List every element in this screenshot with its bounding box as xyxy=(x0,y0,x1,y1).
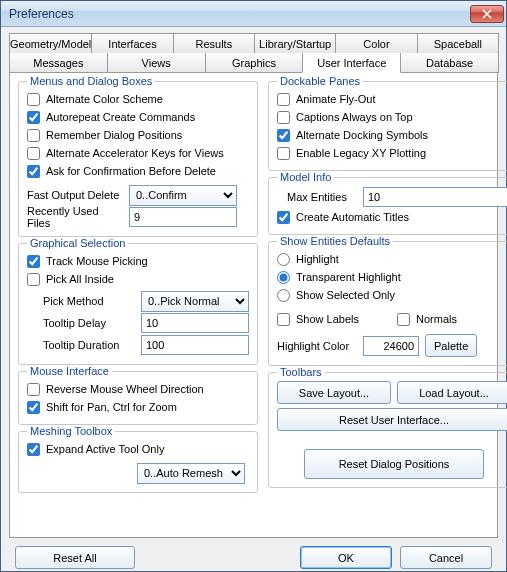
tab-library-startup[interactable]: Library/Startup xyxy=(254,33,336,53)
fast-output-label: Fast Output Delete xyxy=(27,189,123,201)
chk-shift-pan[interactable] xyxy=(27,401,40,414)
tab-database[interactable]: Database xyxy=(400,53,499,73)
chk-normals[interactable] xyxy=(397,313,410,326)
chk-label: Track Mouse Picking xyxy=(46,255,148,267)
titlebar[interactable]: Preferences xyxy=(1,1,506,27)
chk-label: Captions Always on Top xyxy=(296,111,413,123)
recent-files-label: Recently Used Files xyxy=(27,205,123,229)
tab-color[interactable]: Color xyxy=(335,33,417,53)
chk-animate-flyout[interactable] xyxy=(277,93,290,106)
chk-label: Ask for Confirmation Before Delete xyxy=(46,165,216,177)
chk-label: Alternate Docking Symbols xyxy=(296,129,428,141)
tab-views[interactable]: Views xyxy=(107,53,206,73)
group-meshing-toolbox: Meshing Toolbox Expand Active Tool Only … xyxy=(18,431,258,493)
tab-results[interactable]: Results xyxy=(173,33,255,53)
tab-geometry-model[interactable]: Geometry/Model xyxy=(9,33,92,53)
chk-label: Expand Active Tool Only xyxy=(46,443,164,455)
tab-spaceball[interactable]: Spaceball xyxy=(417,33,499,53)
reset-dialog-positions-button[interactable]: Reset Dialog Positions xyxy=(304,449,484,479)
chk-autorepeat-create[interactable] xyxy=(27,111,40,124)
chk-label: Reverse Mouse Wheel Direction xyxy=(46,383,204,395)
highlight-color-input[interactable] xyxy=(363,336,419,356)
save-layout-button[interactable]: Save Layout... xyxy=(277,381,391,404)
group-model-info: Model Info Max Entities Create Automatic… xyxy=(268,177,507,235)
group-title: Show Entities Defaults xyxy=(277,235,393,247)
tab-graphics[interactable]: Graphics xyxy=(205,53,304,73)
tab-strip: Geometry/Model Interfaces Results Librar… xyxy=(9,33,498,538)
group-title: Dockable Panes xyxy=(277,75,363,87)
chk-pick-all-inside[interactable] xyxy=(27,273,40,286)
tooltip-duration-input[interactable] xyxy=(141,335,249,355)
group-title: Mouse Interface xyxy=(27,365,112,377)
reset-all-button[interactable]: Reset All xyxy=(15,546,135,569)
chk-label: Shift for Pan, Ctrl for Zoom xyxy=(46,401,177,413)
chk-reverse-wheel[interactable] xyxy=(27,383,40,396)
chk-label: Remember Dialog Positions xyxy=(46,129,182,141)
chk-label: Animate Fly-Out xyxy=(296,93,375,105)
remesh-combo[interactable]: 0..Auto Remesh xyxy=(137,463,245,484)
group-title: Menus and Dialog Boxes xyxy=(27,75,155,87)
radio-show-selected-only[interactable] xyxy=(277,289,290,302)
chk-label: Show Labels xyxy=(296,313,359,325)
radio-label: Transparent Highlight xyxy=(296,271,401,283)
pick-method-combo[interactable]: 0..Pick Normal xyxy=(141,291,249,312)
group-toolbars: Toolbars Save Layout... Load Layout... R… xyxy=(268,372,507,488)
chk-captions-top[interactable] xyxy=(277,111,290,124)
chk-track-mouse[interactable] xyxy=(27,255,40,268)
pick-method-label: Pick Method xyxy=(43,295,135,307)
load-layout-button[interactable]: Load Layout... xyxy=(397,381,507,404)
radio-label: Show Selected Only xyxy=(296,289,395,301)
recent-files-input[interactable] xyxy=(129,207,237,227)
tooltip-duration-label: Tooltip Duration xyxy=(43,339,135,351)
close-button[interactable] xyxy=(470,5,504,23)
chk-confirm-delete[interactable] xyxy=(27,165,40,178)
chk-label: Normals xyxy=(416,313,457,325)
reset-ui-button[interactable]: Reset User Interface... xyxy=(277,408,507,431)
chk-alt-color-scheme[interactable] xyxy=(27,93,40,106)
chk-label: Autorepeat Create Commands xyxy=(46,111,195,123)
chk-label: Create Automatic Titles xyxy=(296,211,409,223)
chk-remember-positions[interactable] xyxy=(27,129,40,142)
group-title: Graphical Selection xyxy=(27,237,128,249)
tab-panel-user-interface: Menus and Dialog Boxes Alternate Color S… xyxy=(9,72,498,538)
radio-highlight[interactable] xyxy=(277,253,290,266)
chk-expand-active[interactable] xyxy=(27,443,40,456)
cancel-button[interactable]: Cancel xyxy=(400,546,492,569)
max-entities-input[interactable] xyxy=(363,187,507,207)
tab-messages[interactable]: Messages xyxy=(9,53,108,73)
chk-label: Alternate Color Scheme xyxy=(46,93,163,105)
close-icon xyxy=(482,9,492,19)
fast-output-combo[interactable]: 0..Confirm xyxy=(129,185,237,206)
highlight-color-label: Highlight Color xyxy=(277,340,357,352)
max-entities-label: Max Entities xyxy=(287,191,357,203)
chk-legacy-xy[interactable] xyxy=(277,147,290,160)
group-graphical-selection: Graphical Selection Track Mouse Picking … xyxy=(18,243,258,365)
chk-label: Enable Legacy XY Plotting xyxy=(296,147,426,159)
window-title: Preferences xyxy=(9,7,470,21)
group-show-entities: Show Entities Defaults Highlight Transpa… xyxy=(268,241,507,366)
tab-user-interface[interactable]: User Interface xyxy=(302,53,401,73)
group-title: Meshing Toolbox xyxy=(27,425,115,437)
tooltip-delay-label: Tooltip Delay xyxy=(43,317,135,329)
group-menus-dialogs: Menus and Dialog Boxes Alternate Color S… xyxy=(18,81,258,237)
chk-label: Pick All Inside xyxy=(46,273,114,285)
chk-alt-docking[interactable] xyxy=(277,129,290,142)
chk-auto-titles[interactable] xyxy=(277,211,290,224)
dialog-button-bar: Reset All OK Cancel xyxy=(9,538,498,569)
group-title: Model Info xyxy=(277,171,334,183)
tab-interfaces[interactable]: Interfaces xyxy=(91,33,173,53)
chk-label: Alternate Accelerator Keys for Views xyxy=(46,147,224,159)
chk-alt-accelerator[interactable] xyxy=(27,147,40,160)
group-title: Toolbars xyxy=(277,366,325,378)
group-mouse-interface: Mouse Interface Reverse Mouse Wheel Dire… xyxy=(18,371,258,425)
palette-button[interactable]: Palette xyxy=(425,334,477,357)
radio-label: Highlight xyxy=(296,253,339,265)
chk-show-labels[interactable] xyxy=(277,313,290,326)
tooltip-delay-input[interactable] xyxy=(141,313,249,333)
group-dockable-panes: Dockable Panes Animate Fly-Out Captions … xyxy=(268,81,507,171)
ok-button[interactable]: OK xyxy=(300,546,392,569)
preferences-window: Preferences Geometry/Model Interfaces Re… xyxy=(0,0,507,572)
radio-transparent-highlight[interactable] xyxy=(277,271,290,284)
